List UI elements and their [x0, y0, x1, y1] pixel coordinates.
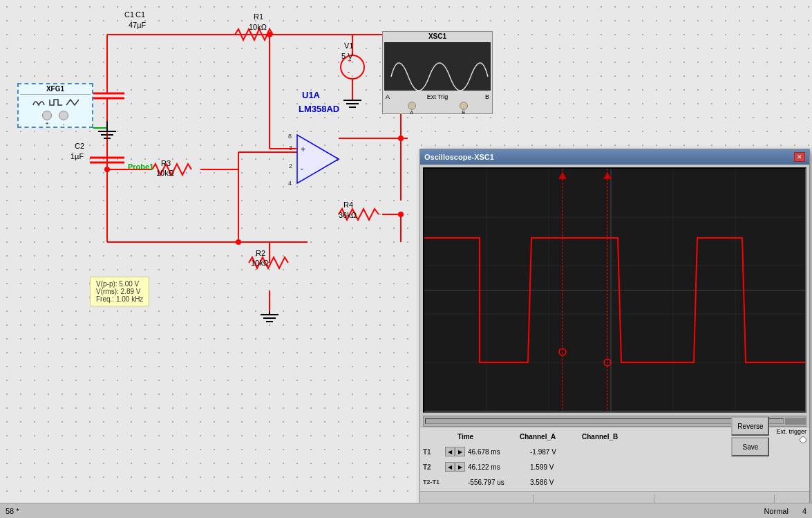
t1-label: T1 — [423, 448, 445, 456]
t1-right-arrow[interactable]: ▶ — [455, 447, 465, 456]
svg-point-57 — [267, 32, 272, 37]
t1-left-arrow[interactable]: ◀ — [445, 447, 455, 456]
xsc1-screen — [384, 42, 491, 91]
channel-b-header: Channel_B — [582, 433, 644, 441]
svg-text:2: 2 — [289, 163, 292, 169]
oscilloscope-measurements: Time Channel_A Channel_B Reverse Save Ex… — [420, 427, 809, 491]
annotation-line3: Freq.: 1.00 kHz — [96, 295, 143, 303]
xfg1-title: XFG1 — [19, 84, 92, 93]
xsc1-channel-a: A — [386, 93, 390, 100]
channel-a-header: Channel_A — [520, 433, 582, 441]
xsc1-mini[interactable]: XSC1 A Ext Trig B A B — [382, 31, 493, 114]
statusbar-normal: Normal — [764, 507, 788, 515]
schematic-svg: + - + - 8 4 3 2 1 — [0, 0, 415, 415]
oscilloscope-waveform-svg — [424, 169, 805, 411]
reverse-button[interactable]: Reverse — [731, 416, 769, 436]
annotation-note: V(p-p): 5.00 V V(rms): 2.89 V Freq.: 1.0… — [90, 277, 149, 306]
oscilloscope-display — [423, 167, 806, 413]
svg-text:4: 4 — [288, 180, 292, 187]
t2-left-arrow[interactable]: ◀ — [445, 462, 455, 472]
t2-right-arrow[interactable]: ▶ — [455, 462, 465, 472]
oscilloscope-titlebar: Oscilloscope-XSC1 ✕ — [420, 149, 809, 165]
svg-text:+: + — [348, 57, 352, 64]
xsc1-ext-trig: Ext Trig — [427, 93, 449, 100]
xsc1-channel-b: B — [485, 93, 489, 100]
t2-label: T2 — [423, 463, 445, 471]
svg-point-23 — [398, 212, 404, 217]
t1-time: 46.678 ms — [468, 448, 530, 456]
svg-text:1: 1 — [335, 156, 339, 163]
ext-trigger-label: Ext. trigger — [776, 428, 806, 435]
t2-time: 46.122 ms — [468, 463, 530, 471]
time-header: Time — [457, 433, 520, 441]
oscilloscope-window: Oscilloscope-XSC1 ✕ — [419, 149, 810, 515]
t2t1-label: T2-T1 — [423, 479, 445, 485]
statusbar: 58 * Normal 4 — [0, 503, 812, 518]
oscilloscope-title: Oscilloscope-XSC1 — [424, 153, 494, 161]
svg-text:+: + — [301, 145, 305, 154]
annotation-line1: V(p-p): 5.00 V — [96, 280, 143, 288]
t2t1-channel-a: 3.586 V — [530, 479, 592, 486]
t2-channel-a: 1.599 V — [530, 463, 592, 471]
svg-text:-: - — [348, 68, 350, 75]
xfg1-component[interactable]: XFG1 + - — [17, 83, 93, 128]
svg-point-21 — [236, 239, 241, 245]
annotation-line2: V(rms): 2.89 V — [96, 288, 143, 295]
statusbar-left: 58 * — [6, 507, 19, 515]
svg-text:-: - — [301, 164, 303, 174]
svg-marker-47 — [297, 135, 339, 183]
oscilloscope-close-button[interactable]: ✕ — [794, 152, 805, 162]
svg-text:8: 8 — [288, 133, 292, 140]
xsc1-title-label: XSC1 — [383, 32, 492, 41]
statusbar-right: 4 — [802, 507, 806, 515]
save-button[interactable]: Save — [731, 437, 769, 456]
svg-point-40 — [341, 55, 364, 79]
ext-trigger-radio[interactable] — [800, 436, 806, 443]
schematic-area: + - + - 8 4 3 2 1 C1 C1 47µF C2 1µF R1 1… — [0, 0, 812, 518]
svg-marker-71 — [558, 172, 567, 179]
scrollbar-thumb[interactable] — [785, 418, 806, 425]
t1-channel-a: -1.987 V — [530, 448, 592, 456]
t2t1-time: -556.797 us — [468, 479, 530, 486]
